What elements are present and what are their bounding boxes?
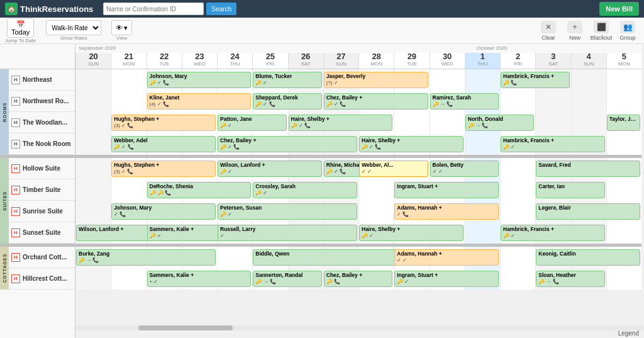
- reservation-Sheppard--Derek[interactable]: Sheppard, Derek🔑 ✓ 📞: [253, 93, 322, 110]
- cell-r2-c14[interactable]: [571, 112, 606, 133]
- cell-r5-c15[interactable]: [606, 179, 641, 201]
- cell-r8-c4[interactable]: [217, 247, 252, 268]
- reservation-Hambrick--Francis--[interactable]: Hambrick, Francis +🔑 ✓: [501, 225, 605, 241]
- search-input[interactable]: [103, 3, 204, 15]
- cell-r9-c15[interactable]: [606, 268, 641, 290]
- reservation-Sammers--Kalie--[interactable]: Sammers, Kalie ++ ✓: [147, 271, 252, 287]
- room-northeast[interactable]: H Northeast: [9, 69, 75, 91]
- cell-r2-c10[interactable]: [430, 112, 465, 133]
- cell-r0-c15[interactable]: [606, 69, 641, 91]
- cell-r1-c1[interactable]: [111, 91, 146, 112]
- blackout-action[interactable]: ⬛ Blackout: [590, 21, 613, 41]
- cell-r0-c0[interactable]: [75, 69, 111, 91]
- cell-r6-c8[interactable]: [358, 201, 394, 222]
- search-button[interactable]: Search: [206, 3, 236, 15]
- new-action[interactable]: + New: [564, 21, 586, 41]
- cell-r9-c12[interactable]: [500, 268, 535, 290]
- room-row-6[interactable]: Johnson, Mary✓ 📞Petersen, Susan🔑 ✓Adams,…: [75, 201, 641, 222]
- cell-r6-c12[interactable]: [500, 201, 535, 222]
- cell-r1-c14[interactable]: [571, 91, 606, 112]
- reservation-Chez--Bailey--[interactable]: Chez, Bailey +🔑 ✓ 📞: [218, 136, 357, 152]
- cottage-orchard[interactable]: H Orchard Cott...: [9, 247, 75, 268]
- group-action[interactable]: 👥 Group: [616, 21, 639, 41]
- cell-r7-c15[interactable]: [606, 222, 641, 244]
- room-row-0[interactable]: Johnson, Mary🔑 ✓ 📞Blume, Tucker🔑 ✓Jasper…: [75, 69, 641, 91]
- room-row-9[interactable]: Sammers, Kalie ++ ✓Sannerton, Randal🔑 → …: [75, 268, 641, 290]
- reservation-Webber--Adel[interactable]: Webber, Adel🔑 ✓ 📞: [111, 136, 216, 152]
- room-row-4[interactable]: Hughs, Stephen +(3) ✓ 📞Wilson, Lanford +…: [75, 158, 641, 179]
- reservation-Burke--Zang[interactable]: Burke, Zang🔑 → 📞: [76, 249, 216, 266]
- reservation-Legere--Blair[interactable]: Legere, Blair: [536, 203, 640, 220]
- cell-r5-c1[interactable]: [111, 179, 146, 201]
- reservation-Blume--Tucker[interactable]: Blume, Tucker🔑 ✓: [253, 72, 322, 88]
- cell-r5-c12[interactable]: [500, 179, 535, 201]
- cell-r4-c0[interactable]: [75, 158, 111, 179]
- reservation-Adams--Hannah--[interactable]: Adams, Hannah +✓ ✓: [394, 249, 499, 266]
- scrollbar-thumb[interactable]: [138, 325, 233, 330]
- cell-r6-c0[interactable]: [75, 201, 111, 222]
- cell-r3-c15[interactable]: [606, 133, 641, 155]
- reservation-North--Donald[interactable]: North, Donald🔑 → 📞: [465, 115, 535, 131]
- room-row-2[interactable]: Hughs, Stephen +(3) ✓ 📞Patton, Jane🔑 ✓Ha…: [75, 112, 641, 133]
- today-button[interactable]: 📅 Today: [7, 18, 34, 38]
- reservation-Bolen--Betty[interactable]: Bolen, Betty✓ ✓: [430, 161, 499, 177]
- reservation-Kline--Janet[interactable]: Kline, Janet(4) ✓ 📞: [147, 93, 252, 110]
- reservation-Petersen--Susan[interactable]: Petersen, Susan🔑 ✓: [218, 203, 357, 220]
- cell-r9-c1[interactable]: [111, 268, 146, 290]
- reservation-Haire--Shelby--[interactable]: Haire, Shelby +🔑 ✓ 📞: [359, 136, 464, 152]
- cell-r7-c11[interactable]: [465, 222, 500, 244]
- cell-r2-c0[interactable]: [75, 112, 111, 133]
- cell-r3-c0[interactable]: [75, 133, 111, 155]
- reservation-Johnson--Mary[interactable]: Johnson, Mary✓ 📞: [111, 203, 216, 220]
- reservation-Ingram--Stuart--[interactable]: Ingram, Stuart +: [394, 182, 499, 198]
- room-row-8[interactable]: Burke, Zang🔑 → 📞Biddle, QwenAdams, Hanna…: [75, 247, 641, 268]
- new-bill-button[interactable]: New Bill: [599, 2, 639, 16]
- cell-r0-c14[interactable]: [571, 69, 606, 91]
- cell-r2-c13[interactable]: [535, 112, 570, 133]
- reservation-Carter--Ian[interactable]: Carter, Ian: [536, 182, 605, 198]
- reservation-Webber--Al---[interactable]: Webber, Al...✓ ✓: [359, 161, 428, 177]
- cottage-hillcrest[interactable]: H Hillcrest Cott...: [9, 268, 75, 290]
- reservation-DeRoche--Shenia[interactable]: DeRoche, Shenia🔑 🔑 📞: [147, 182, 252, 198]
- cell-r3-c11[interactable]: [465, 133, 500, 155]
- rates-dropdown[interactable]: Walk-In Rate: [46, 20, 101, 35]
- reservation-Sloan--Heather[interactable]: Sloan, Heather🔑 → 📞: [536, 271, 605, 287]
- reservation-Haire--Shelby--[interactable]: Haire, Shelby +🔑 ✓: [359, 225, 464, 241]
- suite-sunrise[interactable]: H Sunrise Suite: [9, 201, 75, 222]
- reservation-Crossley--Sarah[interactable]: Crossley, Sarah🔑 ✓: [253, 182, 357, 198]
- reservation-Haire--Shelby--[interactable]: Haire, Shelby +🔑 ✓ 📞: [289, 115, 393, 131]
- reservation-Ingram--Stuart--[interactable]: Ingram, Stuart +🔑 ✓: [394, 271, 499, 287]
- cell-r5-c0[interactable]: [75, 179, 111, 201]
- reservation-Taylor--Jame---[interactable]: Taylor, Jame...: [607, 115, 640, 131]
- cell-r4-c12[interactable]: [500, 158, 535, 179]
- suite-hollow[interactable]: H Hollow Suite: [9, 158, 75, 179]
- cell-r0-c10[interactable]: [430, 69, 465, 91]
- reservation-Hambrick--Francis--[interactable]: Hambrick, Francis +🔑 📞: [501, 72, 570, 88]
- reservation-Johnson--Mary[interactable]: Johnson, Mary🔑 ✓ 📞: [147, 72, 252, 88]
- reservation-Savard--Fred[interactable]: Savard, Fred: [536, 161, 640, 177]
- reservation-Patton--Jane[interactable]: Patton, Jane🔑 ✓: [218, 115, 287, 131]
- cell-r1-c13[interactable]: [535, 91, 570, 112]
- room-northwest[interactable]: H Northwest Ro...: [9, 91, 75, 112]
- reservation-Ramirez--Sarah[interactable]: Ramirez, Sarah🔑 → 📞: [430, 93, 499, 110]
- room-row-1[interactable]: Kline, Janet(4) ✓ 📞Sheppard, Derek🔑 ✓ 📞C…: [75, 91, 641, 112]
- cell-r1-c0[interactable]: [75, 91, 111, 112]
- cell-r2-c9[interactable]: [394, 112, 429, 133]
- legend-label[interactable]: Legend: [618, 330, 639, 337]
- reservation-Hughs--Stephen--[interactable]: Hughs, Stephen +(3) ✓ 📞: [111, 115, 216, 131]
- cell-r0-c11[interactable]: [465, 69, 500, 91]
- cell-r1-c12[interactable]: [500, 91, 535, 112]
- suite-timber[interactable]: H Timber Suite: [9, 179, 75, 201]
- view-button[interactable]: 👁 ▾: [111, 20, 132, 35]
- reservation-Russell--Larry[interactable]: Russell, Larry✓: [218, 225, 357, 241]
- reservation-Chez--Bailey--[interactable]: Chez, Bailey +🔑 📞: [324, 271, 393, 287]
- cell-r0-c1[interactable]: [111, 69, 146, 91]
- reservation-Keonig--Caitlin[interactable]: Keonig, Caitlin: [536, 249, 640, 266]
- room-woodland[interactable]: H The Woodlan...: [9, 112, 75, 133]
- room-row-7[interactable]: Wilson, Lanford +Sammers, Kalie +🔑 ✓Russ…: [75, 222, 641, 244]
- room-row-3[interactable]: Webber, Adel🔑 ✓ 📞Chez, Bailey +🔑 ✓ 📞Hair…: [75, 133, 641, 155]
- cell-r9-c0[interactable]: [75, 268, 111, 290]
- reservation-Hambrick--Francis--[interactable]: Hambrick, Francis +🔑 ✓: [501, 136, 605, 152]
- suite-sunset[interactable]: H Sunset Suite: [9, 222, 75, 244]
- scrollbar-track[interactable]: [75, 325, 644, 330]
